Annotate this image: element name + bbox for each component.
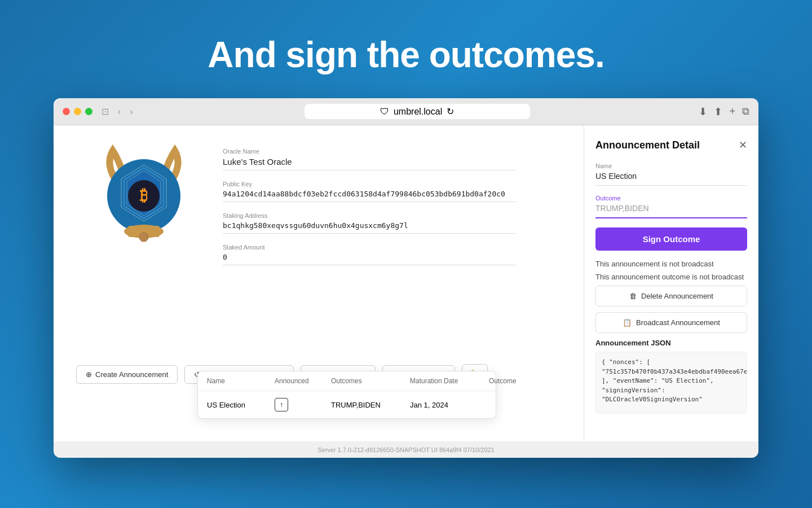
- staking-address-label: Staking Address: [223, 212, 561, 219]
- col-name: Name: [207, 377, 275, 385]
- oracle-name-value: Luke's Test Oracle: [223, 157, 516, 170]
- staking-address-value: bc1qhkg580xeqvssgu60duvn6hu0x4gusxcm6y8g…: [223, 221, 516, 234]
- sidebar-toggle-button[interactable]: ⊡: [99, 105, 111, 118]
- right-panel: Announcement Detail ✕ Name US Election O…: [584, 125, 758, 441]
- col-outcomes: Outcomes: [331, 377, 410, 385]
- panel-name-field: Name US Election: [595, 163, 747, 186]
- panel-outcome-input[interactable]: TRUMP,BIDEN: [595, 204, 747, 218]
- shield-icon: 🛡: [380, 107, 389, 117]
- json-section-label: Announcement JSON: [595, 339, 747, 347]
- delete-announcement-button[interactable]: 🗑 Delete Announcement: [595, 286, 747, 306]
- staked-amount-label: Staked Amount: [223, 244, 561, 251]
- tabs-button[interactable]: ⧉: [742, 106, 749, 117]
- forward-button[interactable]: ›: [127, 106, 135, 118]
- new-tab-button[interactable]: +: [729, 106, 735, 117]
- public-key-value: 94a1204cd14aa88bdcf03eb2fccd063158d4af79…: [223, 190, 516, 202]
- public-key-field: Public Key 94a1204cd14aa88bdcf03eb2fccd0…: [223, 181, 561, 202]
- browser-window: ⊡ ‹ › 🛡 umbrel.local ↻ ⬇ ⬆ + ⧉: [54, 98, 758, 458]
- panel-title: Announcement Detail: [595, 139, 700, 151]
- row-announced: ↑: [275, 398, 331, 411]
- outcome-broadcast-status: This announcement outcome is not broadca…: [595, 273, 747, 281]
- browser-actions: ⬇ ⬆ + ⧉: [699, 106, 749, 118]
- address-bar[interactable]: 🛡 umbrel.local ↻: [304, 104, 530, 119]
- panel-outcome-field: Outcome TRUMP,BIDEN: [595, 195, 747, 218]
- svg-point-8: [139, 233, 148, 242]
- main-content: ₿ Oracle Name Luke's Test Oracle Public …: [54, 125, 584, 441]
- panel-name-label: Name: [595, 163, 747, 169]
- row-maturation: Jan 1, 2024: [410, 401, 489, 409]
- col-announced: Announced: [275, 377, 331, 385]
- public-key-label: Public Key: [223, 181, 561, 187]
- table-header: Name Announced Outcomes Maturation Date …: [198, 371, 496, 391]
- delete-icon: 🗑: [629, 292, 637, 300]
- browser-controls: ⊡ ‹ ›: [99, 105, 135, 118]
- row-outcomes: TRUMP,BIDEN: [331, 401, 410, 409]
- row-name: US Election: [207, 401, 275, 409]
- maximize-traffic-light[interactable]: [85, 108, 92, 115]
- create-icon: ⊕: [86, 370, 92, 379]
- traffic-lights: [63, 108, 92, 115]
- browser-chrome: ⊡ ‹ › 🛡 umbrel.local ↻ ⬇ ⬆ + ⧉: [54, 98, 758, 125]
- minimize-traffic-light[interactable]: [74, 108, 81, 115]
- staked-amount-value: 0: [223, 253, 516, 265]
- oracle-logo: ₿: [87, 137, 200, 249]
- staked-amount-field: Staked Amount 0: [223, 244, 561, 265]
- col-maturation: Maturation Date: [410, 377, 489, 385]
- hero-title: And sign the outcomes.: [208, 34, 604, 76]
- browser-content: ₿ Oracle Name Luke's Test Oracle Public …: [54, 125, 758, 441]
- announced-icon: ↑: [275, 398, 288, 411]
- panel-name-value: US Election: [595, 172, 747, 186]
- staking-address-field: Staking Address bc1qhkg580xeqvssgu60duvn…: [223, 212, 561, 234]
- broadcast-icon: 📋: [623, 318, 632, 327]
- table-row[interactable]: US Election ↑ TRUMP,BIDEN Jan 1, 2024: [198, 391, 496, 418]
- panel-header: Announcement Detail ✕: [595, 139, 747, 151]
- panel-outcome-label: Outcome: [595, 195, 747, 202]
- sign-outcome-button[interactable]: Sign Outcome: [595, 227, 747, 251]
- delete-announcement-label: Delete Announcement: [641, 292, 713, 300]
- create-announcement-button[interactable]: ⊕ Create Announcement: [76, 365, 178, 384]
- col-outcome: Outcome: [489, 377, 534, 385]
- close-traffic-light[interactable]: [63, 108, 70, 115]
- share-button[interactable]: ⬆: [714, 106, 722, 118]
- svg-text:₿: ₿: [140, 187, 148, 204]
- back-button[interactable]: ‹: [116, 106, 123, 118]
- announcements-table: Name Announced Outcomes Maturation Date …: [197, 371, 496, 419]
- announcement-broadcast-status: This announcement is not broadcast: [595, 260, 747, 268]
- footer-text: Server 1.7.0-212-d9126650-SNAPSHOT UI 86…: [317, 446, 495, 453]
- reload-icon[interactable]: ↻: [447, 106, 454, 117]
- download-button[interactable]: ⬇: [699, 106, 707, 118]
- url-text: umbrel.local: [394, 107, 442, 117]
- json-content: { "nonces": [ "751c357b470f0b437a343e4eb…: [595, 352, 747, 414]
- oracle-details: Oracle Name Luke's Test Oracle Public Ke…: [223, 142, 561, 265]
- browser-footer: Server 1.7.0-212-d9126650-SNAPSHOT UI 86…: [54, 441, 758, 458]
- oracle-name-label: Oracle Name: [223, 148, 561, 155]
- oracle-name-field: Oracle Name Luke's Test Oracle: [223, 148, 561, 170]
- broadcast-announcement-button[interactable]: 📋 Broadcast Announcement: [595, 312, 747, 333]
- broadcast-announcement-label: Broadcast Announcement: [636, 318, 720, 327]
- panel-close-button[interactable]: ✕: [739, 139, 747, 151]
- create-announcement-label: Create Announcement: [95, 370, 168, 379]
